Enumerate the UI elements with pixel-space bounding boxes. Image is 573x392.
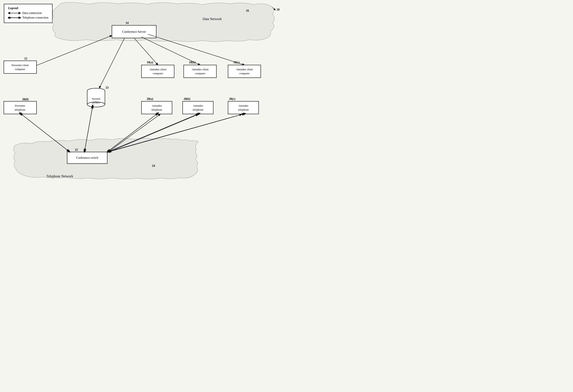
presenter-computer-label1: Presenter client [12,64,29,67]
attendee-b-telephone-box [183,101,213,114]
ref-20b: 20(b) [184,97,190,101]
data-network-cloud [52,2,275,42]
ref-10: 10 [277,8,280,11]
ref-200: 20(0) [22,98,29,101]
ref-23: 23 [106,86,108,89]
presenter-computer-box [4,61,36,73]
server-to-archive-arrow [99,38,125,88]
attendee-a-computer-box [142,65,174,78]
presenter-computer-label2: computer [15,68,25,71]
attendee-a-computer-label2: computer [153,72,163,75]
attendee-b-computer-label1: Attendee client [192,68,208,71]
session-archive-label1: Session [92,97,100,100]
ref-16: 16 [246,9,249,12]
presenter-telephone-box [4,101,36,114]
diagram-container: Legend: Data connection [0,0,286,196]
conference-server-label: Conference Server [122,30,146,33]
attendee-a-telephone-box [142,101,172,114]
ref-24: 24 [152,164,155,167]
attendee-c-computer-label1: Attendee client [236,68,253,71]
ref-12: 12 [24,57,27,60]
presenter-telephone-label1: Presenter [15,104,25,107]
attendee-b-telephone-label2: telephone [193,108,203,111]
data-network-label: Data Network [203,17,222,21]
attendee-a-computer-label1: Attendee client [149,68,166,71]
main-diagram-svg: Conference Server 14 Data Network 16 10 … [0,0,286,196]
attendee-c-telephone-box [228,101,259,114]
conference-switch-label: Conference switch [76,156,98,159]
presenter-telephone-label2: telephone [15,108,26,111]
server-to-attendee-a-computer-arrow [134,38,158,65]
attendee-c-computer-label2: computer [239,72,250,75]
ref-20c: 20(c) [229,97,235,101]
attendee-b-telephone-label1: Attendee [193,104,203,107]
attendee-c-telephone-label1: Attendee [239,104,249,107]
attendee-a-telephone-label1: Attendee [152,104,162,107]
attendee-b-computer-box [184,65,216,78]
session-archive-label2: archive [92,101,100,104]
attendee-b-computer-label2: computer [195,72,205,75]
attendee-a-telephone-label2: telephone [152,108,162,111]
ref-20a: 20(a) [147,97,153,101]
telephone-network-label: Telephone Network [46,174,73,178]
ref-22: 22 [75,148,78,151]
ref-14: 14 [125,21,128,24]
ref-18a: 18(a) [147,61,153,64]
attendee-c-telephone-label2: telephone [238,108,249,111]
attendee-c-computer-box [228,65,261,78]
